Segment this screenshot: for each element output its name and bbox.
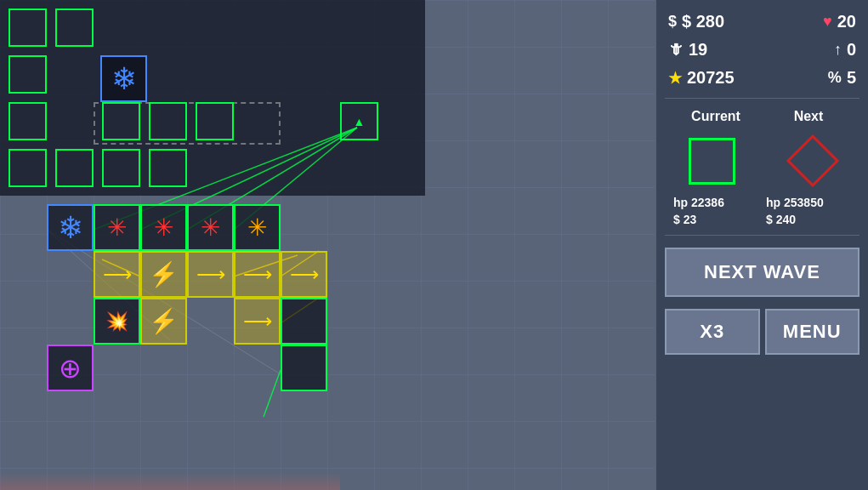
current-money: $ 23 (673, 213, 758, 226)
hp-money-section: hp 22386 $ 23 hp 253850 $ 240 (665, 196, 859, 226)
next-hp: hp 253850 (766, 196, 851, 209)
cell-starburst-3[interactable]: ✳ (187, 204, 234, 251)
lives-value: 20 (837, 12, 856, 31)
cell-empty-9 (55, 149, 94, 187)
cell-tower-right[interactable]: ▲ (340, 102, 378, 140)
cell-empty-last (281, 298, 327, 345)
cell-empty-8 (9, 149, 47, 187)
circle-target-icon: ⊕ (48, 346, 92, 390)
current-hp: hp 22386 (673, 196, 758, 209)
cell-empty-2 (55, 9, 94, 47)
lightning-icon-2: ⚡ (142, 299, 185, 343)
cell-empty-7 (196, 102, 234, 140)
cell-snowflake-2[interactable]: ❄ (47, 204, 94, 251)
percent-value: 5 (847, 68, 856, 88)
score-value: 20725 (687, 68, 735, 88)
arrow-icon-2: ⟶ (189, 253, 232, 296)
percent-stat: % 5 (828, 68, 856, 88)
cell-empty-3 (9, 55, 47, 94)
defense-stat: ↑ 0 (834, 40, 856, 60)
cell-empty-6 (149, 102, 187, 140)
x3-button[interactable]: X3 (665, 309, 760, 355)
cell-empty-5 (102, 102, 140, 140)
sword-icon: 🗡 (668, 41, 684, 59)
game-area: ❄ ▲ ❄ ✳ ✳ ✳ ✳ (0, 0, 655, 490)
cell-snowflake-1[interactable]: ❄ (100, 55, 147, 102)
cell-lightning-1[interactable]: ⚡ (140, 251, 187, 298)
attack-value: 19 (689, 40, 707, 60)
explosion-icon: 💥 (95, 299, 139, 343)
cell-arrow-yellow-3[interactable]: ⟶ (234, 251, 281, 298)
current-enemy-square (689, 138, 735, 185)
current-hp-money: hp 22386 $ 23 (673, 196, 758, 226)
hud-panel: $ $ 280 ♥ 20 🗡 19 ↑ 0 ★ 20725 % 5 Curren… (655, 0, 868, 490)
dollar-icon: $ (668, 13, 677, 31)
divider-1 (665, 98, 859, 99)
arrow-icon-4: ⟶ (282, 253, 326, 296)
percent-icon: % (828, 69, 842, 87)
cell-arrow-yellow-4[interactable]: ⟶ (281, 251, 327, 298)
current-next-labels: Current Next (665, 107, 859, 126)
arrow-icon-5: ⟶ (235, 299, 279, 343)
current-label: Current (673, 109, 758, 124)
star-icon: ★ (668, 69, 682, 88)
score-stat: ★ 20725 (668, 68, 735, 88)
cell-starburst-1[interactable]: ✳ (94, 204, 140, 251)
cell-arrow-yellow-1[interactable]: ⟶ (94, 251, 140, 298)
current-enemy-box (673, 135, 750, 186)
cell-empty-4 (9, 102, 47, 140)
starburst-icon-1: ✳ (95, 206, 139, 249)
cell-starburst-2[interactable]: ✳ (140, 204, 187, 251)
small-buttons-row: X3 MENU (665, 309, 859, 355)
cell-lightning-2[interactable]: ⚡ (140, 298, 187, 345)
attack-row: 🗡 19 ↑ 0 (665, 38, 859, 61)
defense-value: 0 (847, 40, 856, 60)
next-enemy-diamond (786, 134, 839, 187)
attack-stat: 🗡 19 (668, 40, 707, 60)
cell-arrow-yellow-5[interactable]: ⟶ (234, 298, 281, 345)
arrow-icon-3: ⟶ (235, 253, 279, 296)
divider-2 (665, 235, 859, 236)
starburst-icon-2: ✳ (142, 206, 185, 249)
bottom-glow (0, 473, 340, 490)
starburst-icon-4: ✳ (235, 206, 279, 249)
game-elements: ❄ ▲ ❄ ✳ ✳ ✳ ✳ (0, 0, 655, 490)
heart-icon: ♥ (823, 13, 832, 31)
arrow-up-icon: ↑ (834, 41, 842, 59)
cell-explosion[interactable]: 💥 (94, 298, 140, 345)
cell-tower-bottom[interactable] (281, 345, 327, 391)
money-row: $ $ 280 ♥ 20 (665, 10, 859, 33)
cell-circle-target[interactable]: ⊕ (47, 345, 94, 391)
snowflake-icon-2: ❄ (48, 206, 92, 249)
cell-empty-11 (149, 149, 187, 187)
lives-stat: ♥ 20 (823, 12, 856, 31)
menu-button[interactable]: MENU (765, 309, 860, 355)
snowflake-icon-1: ❄ (102, 57, 145, 100)
next-money: $ 240 (766, 213, 851, 226)
arrow-icon-1: ⟶ (95, 253, 139, 296)
cell-starburst-4[interactable]: ✳ (234, 204, 281, 251)
enemy-display-row (665, 131, 859, 191)
money-value: $ 280 (682, 12, 724, 31)
arrow-up-small: ▲ (342, 104, 377, 139)
money-stat: $ $ 280 (668, 12, 724, 31)
next-label: Next (766, 109, 851, 124)
next-hp-money: hp 253850 $ 240 (766, 196, 851, 226)
cell-empty-1 (9, 9, 47, 47)
next-enemy-box (774, 135, 851, 186)
cell-arrow-yellow-2[interactable]: ⟶ (187, 251, 234, 298)
starburst-icon-3: ✳ (189, 206, 232, 249)
next-wave-button[interactable]: NEXT WAVE (665, 248, 859, 297)
score-row: ★ 20725 % 5 (665, 66, 859, 89)
cell-empty-10 (102, 149, 140, 187)
lightning-icon-1: ⚡ (142, 253, 185, 296)
